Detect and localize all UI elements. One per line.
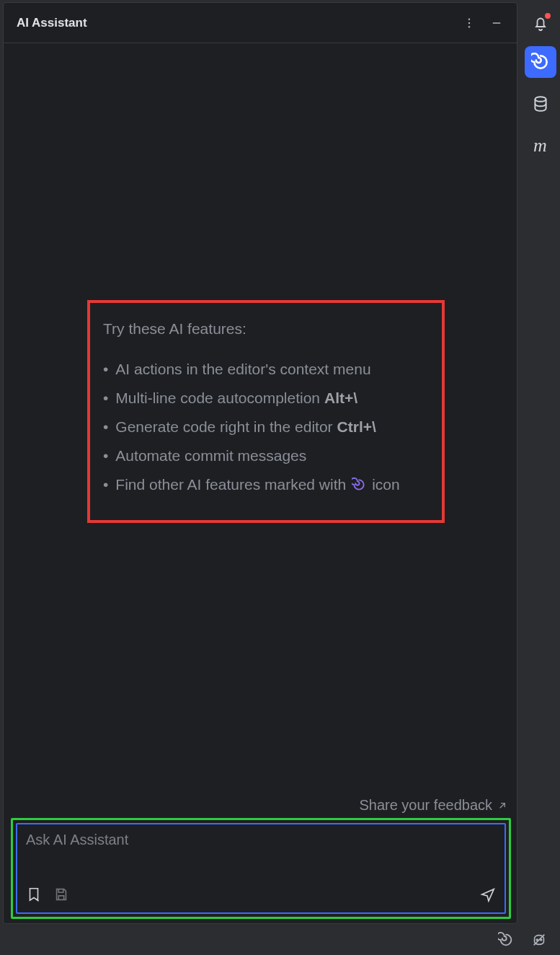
svg-point-0 [468, 18, 470, 19]
ai-status-button[interactable] [498, 932, 514, 951]
right-tool-rail: m [520, 0, 560, 955]
svg-point-2 [468, 26, 470, 27]
features-list: • AI actions in the editor's context men… [103, 355, 429, 498]
ai-assistant-panel: AI Assistant Try these AI features: • AI… [3, 2, 517, 924]
header-actions [462, 16, 504, 30]
share-feedback-link[interactable]: Share your feedback [359, 797, 508, 814]
swirl-icon [498, 932, 514, 948]
notification-badge [545, 13, 551, 19]
floppy-icon [53, 886, 69, 902]
chat-input[interactable]: Ask AI Assistant [16, 823, 506, 914]
swirl-icon [531, 53, 550, 71]
bookmark-icon [26, 886, 42, 902]
chat-input-toolbar [26, 886, 496, 905]
kebab-icon [463, 17, 476, 30]
m-icon: m [533, 135, 547, 157]
chat-input-placeholder: Ask AI Assistant [26, 832, 496, 848]
feature-item: • Find other AI features marked with ico… [103, 470, 429, 499]
ai-assistant-tool-button[interactable] [525, 46, 556, 78]
copilot-status-button[interactable] [531, 932, 547, 951]
svg-point-1 [468, 22, 470, 23]
feature-item: • Automate commit messages [103, 441, 429, 470]
svg-point-5 [536, 939, 538, 941]
minimize-icon [490, 17, 503, 30]
swirl-icon [350, 476, 368, 493]
send-icon [480, 886, 496, 902]
panel-content: Try these AI features: • AI actions in t… [4, 43, 517, 923]
shortcut: Alt+\ [324, 384, 357, 413]
copilot-off-icon [531, 932, 547, 948]
database-tool-button[interactable] [525, 88, 556, 120]
more-options-button[interactable] [462, 16, 476, 30]
panel-title: AI Assistant [17, 16, 462, 30]
feature-item: • Multi-line code autocompletion Alt+\ [103, 384, 429, 413]
features-suggestions: Try these AI features: • AI actions in t… [87, 300, 445, 523]
panel-header: AI Assistant [4, 3, 517, 43]
external-link-icon [497, 800, 508, 811]
svg-point-6 [541, 939, 542, 941]
shortcut: Ctrl+\ [337, 413, 376, 441]
database-icon [531, 94, 550, 113]
save-button[interactable] [53, 886, 69, 905]
send-button[interactable] [480, 886, 496, 905]
feature-item: • Generate code right in the editor Ctrl… [103, 413, 429, 441]
maven-tool-button[interactable]: m [525, 130, 556, 162]
notifications-button[interactable] [528, 10, 554, 36]
feature-item: • AI actions in the editor's context men… [103, 355, 429, 384]
features-heading: Try these AI features: [103, 320, 429, 338]
bookmark-button[interactable] [26, 886, 42, 905]
status-bar [0, 928, 560, 955]
minimize-button[interactable] [489, 16, 504, 30]
svg-point-4 [535, 97, 546, 102]
chat-input-area: Ask AI Assistant [11, 818, 511, 919]
